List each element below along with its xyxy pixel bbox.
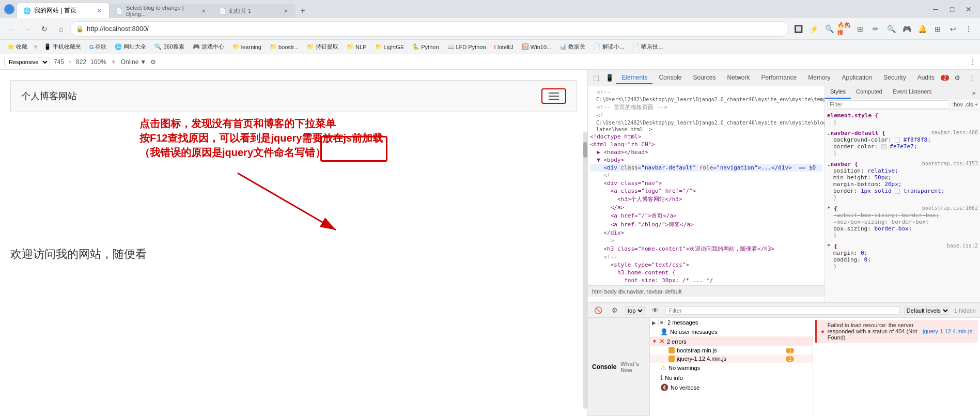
site-header: 个人博客网站 <box>10 80 577 112</box>
hamburger-line-2 <box>549 96 559 97</box>
mobile-icon: 📱 <box>44 43 51 50</box>
bookmark-game[interactable]: 🎮 游戏中心 <box>190 42 227 52</box>
tree-navbar[interactable]: <div class="navbar-default" role="naviga… <box>590 164 822 172</box>
context-selector[interactable]: top <box>625 306 645 315</box>
bookmark-intellij-label: IntelliJ <box>497 44 514 50</box>
customize-button[interactable]: ⋮ <box>966 72 978 84</box>
error-message-box: ● Failed to load resource: the server re… <box>815 320 978 343</box>
hamburger-line-3 <box>549 99 559 100</box>
console-errors-section[interactable]: ▼ ✕ 2 errors <box>650 336 813 346</box>
game-icon: 🎮 <box>193 43 200 50</box>
close-button[interactable]: ✕ <box>961 2 976 17</box>
menu-button[interactable]: ⋮ <box>961 22 976 36</box>
bookmark-nlp[interactable]: 📁 NLP <box>344 42 369 51</box>
devtools-menu-icon[interactable]: ⋮ <box>970 58 976 66</box>
inspect-element-button[interactable]: ⬚ <box>590 72 602 84</box>
online-dropdown[interactable]: ▼ <box>140 58 146 66</box>
messages-icon: ≡ <box>658 319 665 326</box>
update-button[interactable]: ⚡ <box>806 22 821 36</box>
console-filter-button[interactable]: ⚙ <box>609 304 621 317</box>
refresh-button[interactable]: ↻ <box>37 22 52 36</box>
styles-tab-computed[interactable]: Computed <box>851 86 888 99</box>
tab3-close-button[interactable]: ✕ <box>282 7 289 14</box>
apps-button[interactable]: ⊞ <box>930 22 945 36</box>
extensions-button[interactable]: 🔲 <box>791 22 805 36</box>
bookmark-shaile[interactable]: 📄 晒乐技... <box>629 42 666 52</box>
bookmark-boostr[interactable]: 📁 boostr... <box>267 42 302 51</box>
tab-active[interactable]: 🌐 我的网站 | 首页 ✕ <box>17 3 110 18</box>
scrollbar-thumb[interactable] <box>583 142 587 158</box>
hov-cls-label[interactable]: :hov .cls + <box>952 101 978 107</box>
rule-prop-marginbottom: margin-bottom: 20px; <box>827 181 978 188</box>
tab-memory[interactable]: Memory <box>803 72 835 84</box>
bookmark-lfd[interactable]: 📖 LFD Python <box>444 42 489 51</box>
bookmark-win10[interactable]: 🪟 Win10... <box>519 42 554 51</box>
device-mode-button[interactable]: 📱 <box>603 72 616 84</box>
game-button[interactable]: 🎮 <box>899 22 914 36</box>
settings-button[interactable]: ⚙ <box>951 72 963 84</box>
address-bar[interactable]: 🔒 http://localhost:8000/ <box>70 21 789 37</box>
tab-application[interactable]: Application <box>837 72 878 84</box>
tab-console[interactable]: Console <box>654 72 687 84</box>
nav-toggle-button[interactable] <box>541 88 566 104</box>
grid-button[interactable]: ⊞ <box>853 22 867 36</box>
tab-sources[interactable]: Sources <box>688 72 721 84</box>
eye-button[interactable]: 👁 <box>649 304 661 317</box>
bookmark-learning[interactable]: 📁 learning <box>229 42 265 51</box>
style-rule-universal-2: * { base.css:2 margin: 0; padding: 0; } <box>827 243 978 270</box>
device-selector[interactable]: Responsive <box>4 57 50 67</box>
viewport-right-controls: ⋮ <box>970 58 976 66</box>
console-filter-input[interactable] <box>665 306 900 315</box>
styles-tab-events[interactable]: Event Listeners <box>888 86 937 99</box>
tab-2[interactable]: 📄 Select blog to change | Djang... ✕ <box>110 4 213 18</box>
tab-close-button[interactable]: ✕ <box>96 7 103 14</box>
back-button[interactable]: ← <box>4 22 19 36</box>
bookmark-360[interactable]: 🔍 360搜索 <box>151 42 187 52</box>
rule-source-2: navbar.less:400 <box>931 130 978 135</box>
console-file-jquery[interactable]: jquery-1.12.4.min.js 1 <box>650 355 813 363</box>
bookmark-mobile[interactable]: 📱 手机收藏夹 <box>41 42 84 52</box>
console-section-messages[interactable]: ▶ ≡ 2 messages <box>650 318 813 327</box>
bookmark-data[interactable]: 📊 数据关 <box>556 42 588 52</box>
tab-security[interactable]: Security <box>878 72 911 84</box>
bookmark-lightge[interactable]: 📁 LightGE <box>372 42 408 51</box>
console-clear-button[interactable]: 🚫 <box>592 304 604 317</box>
undo-button[interactable]: ↩ <box>946 22 960 36</box>
hotreload-button[interactable]: 🔥热搜 <box>837 22 852 36</box>
tab-network[interactable]: Network <box>722 72 755 84</box>
console-file-bootstrap[interactable]: bootstrap.min.js 1 <box>650 346 813 355</box>
levels-selector[interactable]: Default levels <box>904 306 950 315</box>
edit-button[interactable]: ✏ <box>868 22 883 36</box>
tab-elements[interactable]: Elements <box>616 72 652 84</box>
bookmark-google[interactable]: G 谷歌 <box>86 42 110 52</box>
forward-button[interactable]: → <box>21 22 35 36</box>
expand-icon[interactable]: » <box>968 86 980 99</box>
hamburger-line-1 <box>549 93 559 94</box>
tab-performance[interactable]: Performance <box>756 72 802 84</box>
styles-tabs: Styles Computed Event Listeners » <box>825 86 980 99</box>
new-tab-button[interactable]: + <box>295 4 310 18</box>
styles-tab-styles[interactable]: Styles <box>825 86 851 99</box>
notification-button[interactable]: 🔔 <box>915 22 929 36</box>
html-tree: <!-- C:\Users\12482\Desktop\py_learn\Dja… <box>588 87 825 285</box>
error-file-link[interactable]: jquery-1.12.4.min.js: <box>923 328 974 334</box>
search-button[interactable]: 🔍 <box>822 22 836 36</box>
separator: ▼ <box>33 43 39 51</box>
bookmark-web[interactable]: 🌐 网址大全 <box>112 42 149 52</box>
console-body: Console What's New ▶ ≡ 2 messages 👤 <box>588 318 980 416</box>
folder2-icon: 📁 <box>270 43 277 50</box>
tab2-close-button[interactable]: ✕ <box>200 7 207 14</box>
home-button[interactable]: ⌂ <box>54 22 68 36</box>
bookmark-star[interactable]: ⭐ 收藏 <box>4 42 30 52</box>
nav-right-buttons: 🔲 ⚡ 🔍 🔥热搜 ⊞ ✏ 🔍 🎮 🔔 ⊞ ↩ ⋮ <box>791 22 976 36</box>
bookmark-jiedu[interactable]: 📄 解读小... <box>590 42 627 52</box>
restore-button[interactable]: □ <box>945 2 959 17</box>
bookmark-intellij[interactable]: I IntelliJ <box>491 43 517 51</box>
bookmark-python[interactable]: 🐍 Python <box>409 42 442 51</box>
tab-3[interactable]: 📄 幻灯片 1 ✕ <box>213 4 295 18</box>
search2-button[interactable]: 🔍 <box>884 22 898 36</box>
minimize-button[interactable]: ─ <box>928 2 943 17</box>
tab-audits[interactable]: Audits <box>912 72 940 84</box>
styles-filter-input[interactable] <box>827 100 950 109</box>
bookmark-feature[interactable]: 📁 持征提取 <box>304 42 341 52</box>
